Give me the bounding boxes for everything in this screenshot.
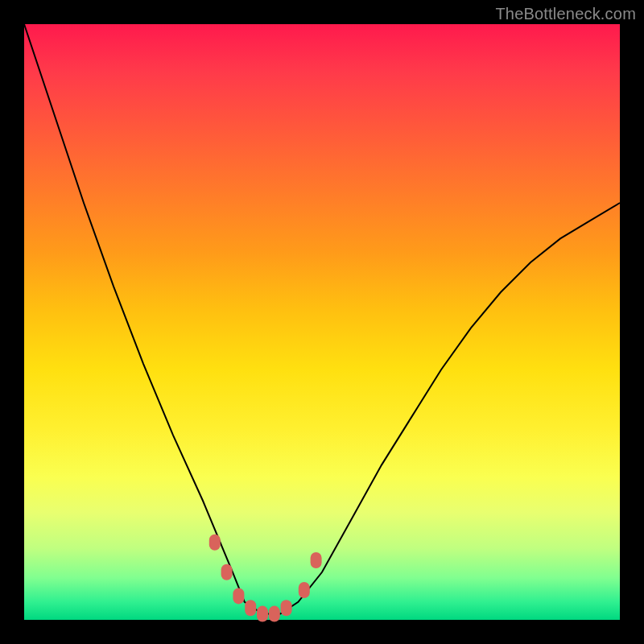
- optimum-marker: [269, 606, 280, 622]
- optimum-marker: [233, 588, 244, 604]
- optimum-marker: [311, 552, 322, 568]
- bottleneck-curve: [24, 24, 620, 614]
- optimum-marker: [209, 535, 221, 551]
- plot-area: [24, 24, 620, 620]
- optimum-marker: [245, 600, 256, 616]
- watermark-text: TheBottleneck.com: [495, 5, 636, 23]
- optimum-marker: [281, 600, 292, 616]
- optimum-marker: [221, 564, 233, 580]
- chart-frame: TheBottleneck.com: [0, 0, 644, 644]
- optimum-markers: [209, 535, 322, 622]
- curve-svg: [24, 24, 620, 620]
- optimum-marker: [299, 582, 310, 598]
- optimum-marker: [257, 606, 268, 622]
